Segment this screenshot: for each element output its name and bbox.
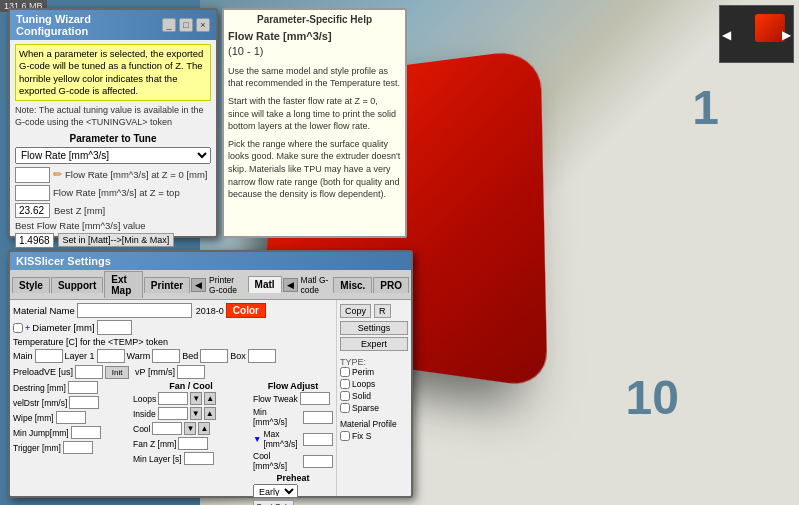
kiss-slicer-title: KISSlicer Settings: [16, 255, 111, 267]
diameter-input[interactable]: 1.72: [97, 320, 132, 335]
type-perim-check[interactable]: [340, 367, 350, 377]
preheat-select[interactable]: Early: [253, 484, 298, 498]
printer-gcode-arrow[interactable]: ◀: [191, 278, 206, 292]
cool-flow-input[interactable]: 1: [303, 455, 333, 468]
expert-button[interactable]: Expert: [340, 337, 408, 351]
best-flow-label: Best Flow Rate [mm^3/s] value: [15, 220, 211, 231]
tab-style[interactable]: Style: [12, 277, 50, 293]
min-flow-input[interactable]: 0.1: [303, 411, 333, 424]
inside-down[interactable]: ▼: [190, 407, 202, 420]
fix-row: Fix S: [340, 431, 408, 441]
tab-support[interactable]: Support: [51, 277, 103, 293]
matl-gcode-label: Matl G-code: [299, 275, 333, 295]
matl-gcode-arrow[interactable]: ◀: [283, 278, 298, 292]
type-solid-row: Solid: [340, 391, 408, 401]
wipe-input[interactable]: 0: [56, 411, 86, 424]
settings-button[interactable]: Settings: [340, 321, 408, 335]
type-sparse-label: Sparse: [352, 403, 379, 413]
number-10-label: 10: [626, 370, 679, 425]
kiss-right-panel: Copy R Settings Expert TYPE: Perim Loops: [336, 300, 411, 496]
note-text: Note: The actual tuning value is availab…: [15, 105, 211, 128]
preload-input[interactable]: 0.75: [75, 365, 103, 379]
inside-label: Inside: [133, 409, 156, 419]
edit-icon[interactable]: ✏: [53, 168, 62, 181]
destring-input[interactable]: 1: [68, 381, 98, 394]
inside-up[interactable]: ▲: [204, 407, 216, 420]
max-flow-input[interactable]: 10: [303, 433, 333, 446]
min-jump-input[interactable]: 2.5: [71, 426, 101, 439]
temp-bed-input[interactable]: 45: [200, 349, 228, 363]
copy-button[interactable]: Copy: [340, 304, 371, 318]
flow-z0-row: 10 ✏ Flow Rate [mm^3/s] at Z = 0 [mm]: [15, 167, 211, 183]
material-name-input[interactable]: Extl - Inland Red PLA: [77, 303, 192, 318]
kiss-body: Material Name Extl - Inland Red PLA 2018…: [10, 300, 411, 496]
type-area: TYPE: Perim Loops Solid: [340, 355, 408, 413]
vel-dstr-label: velDstr [mm/s]: [13, 398, 67, 408]
type-label: TYPE:: [340, 357, 366, 367]
material-name-label: Material Name: [13, 305, 75, 316]
flow-tweak-input[interactable]: 1: [300, 392, 330, 405]
trigger-input[interactable]: 10: [63, 441, 93, 454]
preload-row: PreloadVE [us] 0.75 Init vP [mm/s] 25: [13, 365, 333, 379]
min-layer-input[interactable]: 10: [184, 452, 214, 465]
tab-pro[interactable]: PRO: [373, 277, 409, 293]
temp-main-label: Main: [13, 351, 33, 361]
cool-up[interactable]: ▲: [198, 422, 210, 435]
left-params: Destring [mm] 1 velDstr [mm/s] 31.25 Wip…: [13, 381, 129, 505]
loops-row: Loops 40 ▼ ▲: [133, 392, 249, 405]
parameter-select[interactable]: Flow Rate [mm^3/s] Temperature [C] Speed…: [15, 147, 211, 164]
loops-input[interactable]: 40: [158, 392, 188, 405]
type-solid-check[interactable]: [340, 391, 350, 401]
flow-tweak-row: Flow Tweak 1: [253, 392, 333, 405]
type-sparse-check[interactable]: [340, 403, 350, 413]
tab-matl[interactable]: Matl: [248, 276, 282, 293]
tab-misc[interactable]: Misc.: [333, 277, 372, 293]
diameter-checkbox[interactable]: [13, 323, 23, 333]
cool-down[interactable]: ▼: [184, 422, 196, 435]
arrow-left[interactable]: ◀: [722, 28, 731, 42]
wipe-row: Wipe [mm] 0: [13, 411, 129, 424]
trigger-label: Trigger [mm]: [13, 443, 61, 453]
min-flow-label: Min [mm^3/s]: [253, 407, 301, 427]
loops-down[interactable]: ▼: [190, 392, 202, 405]
help-flow-rate-label: Flow Rate [mm^3/s]: [228, 30, 332, 42]
destring-label: Destring [mm]: [13, 383, 66, 393]
close-button[interactable]: ×: [196, 18, 210, 32]
preheat-title: Preheat: [253, 473, 333, 483]
flow-adjust-title: Flow Adjust: [253, 381, 333, 391]
temp-box-input[interactable]: 0: [248, 349, 276, 363]
preload-init-button[interactable]: Init: [105, 366, 129, 379]
temp-box-label: Box: [230, 351, 246, 361]
minimize-button[interactable]: _: [162, 18, 176, 32]
fix-check[interactable]: [340, 431, 350, 441]
loops-up[interactable]: ▲: [204, 392, 216, 405]
help-text-2: Start with the faster flow rate at Z = 0…: [228, 95, 401, 133]
plus-icon: +: [25, 323, 30, 333]
vp-input[interactable]: 25: [177, 365, 205, 379]
parameter-select-row: Flow Rate [mm^3/s] Temperature [C] Speed…: [15, 147, 211, 164]
best-flow-value: 1.4968: [15, 233, 54, 248]
flow-z0-input[interactable]: 10: [15, 167, 50, 183]
type-loops-check[interactable]: [340, 379, 350, 389]
cool-input[interactable]: 50: [152, 422, 182, 435]
arrow-right[interactable]: ▶: [782, 28, 791, 42]
vel-dstr-input[interactable]: 31.25: [69, 396, 99, 409]
temp-warm-input[interactable]: 165: [152, 349, 180, 363]
cost-calc-button[interactable]: Cost Calc: [253, 500, 294, 505]
r-button[interactable]: R: [374, 304, 391, 318]
flow-ztop-label: Flow Rate [mm^3/s] at Z = top: [53, 187, 180, 198]
fan-z-input[interactable]: 1.5: [178, 437, 208, 450]
tab-ext-map[interactable]: Ext Map: [104, 271, 143, 298]
temp-main-input[interactable]: 210: [35, 349, 63, 363]
material-profile-label: Material Profile: [340, 419, 397, 429]
thumbnail-area: ◀ ▶: [719, 5, 794, 63]
set-button[interactable]: Set in [Matt]-->[Min & Max]: [58, 233, 175, 247]
temp-layer1-input[interactable]: 210: [97, 349, 125, 363]
tab-printer[interactable]: Printer: [144, 277, 190, 293]
maximize-button[interactable]: □: [179, 18, 193, 32]
color-button[interactable]: Color: [226, 303, 266, 318]
flow-ztop-input[interactable]: 1: [15, 185, 50, 201]
kiss-slicer-title-bar: KISSlicer Settings: [10, 252, 411, 270]
number-1-label: 1: [692, 80, 719, 135]
inside-input[interactable]: 40: [158, 407, 188, 420]
